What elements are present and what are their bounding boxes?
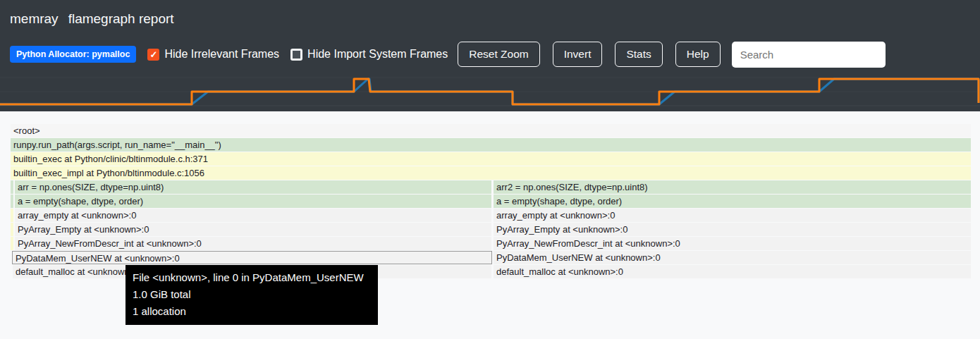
help-button[interactable]: Help [675,42,721,67]
invert-button[interactable]: Invert [553,42,603,67]
flame-frame-sliver[interactable] [11,180,13,194]
flame-row: PyArray_NewFromDescr_int at <unknown>:0 … [0,237,980,250]
flame-row: builtin_exec_impl at Python/bltinmodule.… [0,166,980,180]
flame-frame-root[interactable]: <root> [11,124,971,137]
tooltip-frame-info: File <unknown>, line 0 in PyDataMem_User… [133,269,371,286]
flame-frame-newfromdescr-left[interactable]: PyArray_NewFromDescr_int at <unknown>:0 [15,237,491,250]
toolbar: Python Allocator: pymalloc Hide Irreleva… [0,41,980,68]
page-title: memrayflamegraph report [0,0,980,27]
flame-frame-empty-right[interactable]: a = empty(shape, dtype, order) [494,195,971,208]
flame-frame-runpy[interactable]: runpy.run_path(args.script, run_name="__… [11,138,971,152]
hide-import-checkbox[interactable] [290,49,302,61]
report-title: flamegraph report [68,11,174,26]
flame-frame-pyarray-empty-right[interactable]: PyArray_Empty at <unknown>:0 [494,223,971,236]
brand-name: memray [10,11,59,26]
flame-frame-pydatamem-right[interactable]: PyDataMem_UserNEW at <unknown>:0 [494,251,971,264]
tooltip-total-memory: 1.0 GiB total [133,286,371,303]
tooltip-allocation-count: 1 allocation [133,303,371,320]
reset-zoom-button[interactable]: Reset Zoom [458,42,539,67]
flame-row: array_empty at <unknown>:0 array_empty a… [0,209,980,222]
stats-button[interactable]: Stats [615,42,662,67]
hide-import-group[interactable]: Hide Import System Frames [290,48,448,61]
flame-frame-array-empty-left[interactable]: array_empty at <unknown>:0 [15,209,491,222]
flame-frame-newfromdescr-right[interactable]: PyArray_NewFromDescr_int at <unknown>:0 [494,237,971,250]
flame-frame-pyarray-empty-left[interactable]: PyArray_Empty at <unknown>:0 [15,223,491,236]
header: memrayflamegraph report Python Allocator… [0,0,980,111]
hide-irrelevant-group[interactable]: Hide Irrelevant Frames [147,48,279,61]
flame-frame-pydatamem-left-hovered[interactable]: PyDataMem_UserNEW at <unknown>:0 [12,251,492,264]
flame-row: PyArray_Empty at <unknown>:0 PyArray_Emp… [0,223,980,236]
flame-frame-arr[interactable]: arr = np.ones(SIZE, dtype=np.uint8) [15,180,491,194]
flame-row: a = empty(shape, dtype, order) a = empty… [0,195,980,208]
flame-frame-array-empty-right[interactable]: array_empty at <unknown>:0 [494,209,971,222]
flame-frame-sliver[interactable] [11,195,13,208]
frame-tooltip: File <unknown>, line 0 in PyDataMem_User… [125,265,378,325]
flame-frame-empty-left[interactable]: a = empty(shape, dtype, order) [15,195,491,208]
flame-row: builtin_exec at Python/clinic/bltinmodul… [0,152,980,166]
search-input[interactable] [732,42,886,68]
hide-irrelevant-label: Hide Irrelevant Frames [164,48,279,61]
flame-frame-builtin-exec[interactable]: builtin_exec at Python/clinic/bltinmodul… [11,152,971,166]
flame-frame-sliver[interactable] [11,223,13,236]
flame-row: arr = np.ones(SIZE, dtype=np.uint8) arr2… [0,180,980,194]
flamegraph: <root> runpy.run_path(args.script, run_n… [0,111,980,339]
flame-row: PyDataMem_UserNEW at <unknown>:0 PyDataM… [0,251,980,264]
allocator-badge: Python Allocator: pymalloc [10,46,136,63]
hide-irrelevant-checkbox[interactable] [147,49,159,61]
hide-import-label: Hide Import System Frames [307,48,448,61]
flame-frame-sliver[interactable] [11,237,13,250]
flame-frame-sliver[interactable] [11,209,13,222]
flame-frame-builtin-exec-impl[interactable]: builtin_exec_impl at Python/bltinmodule.… [11,166,971,180]
flame-row: <root> [0,124,980,137]
flame-row: runpy.run_path(args.script, run_name="__… [0,138,980,152]
flame-frame-arr2[interactable]: arr2 = np.ones(SIZE, dtype=np.uint8) [494,180,971,194]
memory-usage-graph [0,70,980,111]
flame-frame-default-malloc-right[interactable]: default_malloc at <unknown>:0 [494,265,971,278]
